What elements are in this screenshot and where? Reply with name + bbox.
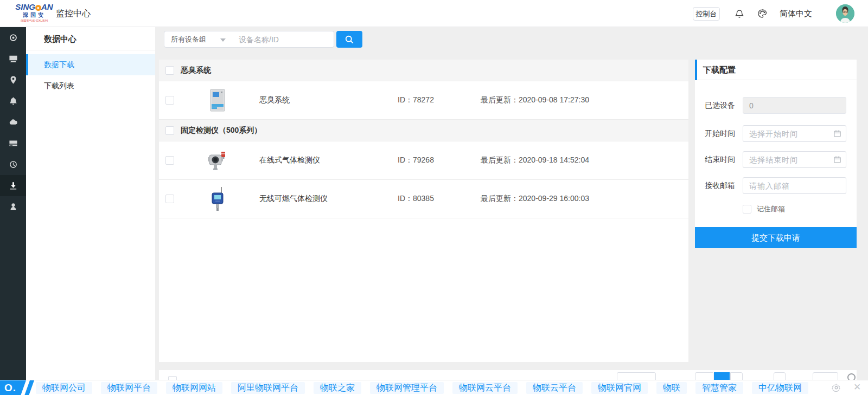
device-image-detector [207, 141, 228, 179]
device-group-header: 恶臭系统 [159, 60, 688, 81]
device-id: ID：80385 [398, 194, 434, 204]
config-panel-title: 下载配置 [703, 65, 736, 74]
rail-item-history-icon[interactable] [0, 154, 26, 175]
footer-link[interactable]: 物联网公司 [36, 382, 92, 394]
device-checkbox[interactable] [165, 96, 174, 105]
chevron-down-icon [220, 38, 226, 42]
selected-devices-label: 已选设备 [695, 97, 735, 114]
footer-logo: O. [0, 380, 38, 395]
footer-bar: O. 物联网公司 物联网平台 物联网网站 阿里物联网平台 物联之家 物联网管理平… [0, 380, 868, 395]
brand-logo: SING●AN 深国安 深国安气体-GXL系列 [15, 3, 53, 23]
rail-item-location-icon[interactable] [0, 69, 26, 90]
footer-link[interactable]: 智慧管家 [695, 382, 743, 394]
sidebar-section-title: 数据中心 [26, 27, 155, 50]
config-panel-header: 下载配置 [695, 60, 857, 80]
close-icon[interactable]: ✕ [852, 383, 862, 392]
page-title: 监控中心 [56, 0, 91, 27]
console-button[interactable]: 控制台 [693, 7, 720, 21]
rail-item-screen-icon[interactable] [0, 48, 26, 69]
calendar-icon [833, 129, 841, 138]
footer-link[interactable]: 物联之家 [314, 382, 361, 394]
footer-link[interactable]: 阿里物联网平台 [231, 382, 305, 394]
search-button[interactable] [336, 31, 362, 48]
footer-link[interactable]: 物联网平台 [101, 382, 157, 394]
footer-link[interactable]: 物联网云平台 [452, 382, 518, 394]
calendar-icon [833, 156, 841, 164]
remember-email-row: 记住邮箱 [743, 205, 785, 213]
group-label: 恶臭系统 [181, 66, 211, 75]
brand-tagline: 深国安气体-GXL系列 [17, 18, 52, 22]
device-id: ID：78272 [398, 95, 434, 105]
device-row[interactable]: 恶臭系统 ID：78272 最后更新：2020-09-08 17:27:30 [159, 81, 688, 120]
device-checkbox[interactable] [165, 156, 174, 165]
device-list-panel: 恶臭系统 恶臭系统 ID：78272 最后更新：2020-09-08 17:27… [159, 60, 688, 362]
language-selector[interactable]: 简体中文 [780, 0, 812, 27]
notification-bell-icon[interactable] [735, 9, 744, 18]
rail-item-alarm-icon[interactable] [0, 90, 26, 112]
end-time-row: 结束时间 [695, 151, 857, 168]
device-image-wireless-detector [207, 180, 228, 218]
device-search-input[interactable] [232, 31, 334, 48]
footer-link[interactable]: 中亿物联网 [752, 382, 808, 394]
email-row: 接收邮箱 [695, 177, 857, 194]
remember-email-checkbox[interactable] [743, 205, 751, 213]
submit-download-button[interactable]: 提交下载申请 [695, 227, 857, 248]
group-checkbox[interactable] [165, 66, 174, 75]
icon-sidebar [0, 27, 26, 380]
footer-link[interactable]: 物联云平台 [526, 382, 583, 394]
rail-item-monitor-icon[interactable] [0, 27, 26, 48]
end-time-label: 结束时间 [695, 151, 735, 168]
email-input[interactable] [743, 177, 846, 194]
rail-item-user-icon[interactable] [0, 196, 26, 217]
device-updated: 最后更新：2020-09-18 14:52:04 [481, 156, 589, 165]
end-time-input[interactable] [743, 151, 846, 168]
device-name: 在线式气体检测仪 [259, 156, 320, 165]
device-image-cabinet [207, 81, 228, 119]
group-checkbox[interactable] [165, 126, 174, 135]
brand-name: SING●AN [15, 3, 53, 11]
remember-email-label: 记住邮箱 [757, 204, 785, 214]
device-group-select-value: 所有设备组 [171, 35, 206, 43]
device-group-header: 固定检测仪（500系列） [159, 120, 688, 141]
sidebar-item-data-download[interactable]: 数据下载 [26, 54, 155, 75]
sidebar-item-download-list[interactable]: 下载列表 [26, 75, 155, 96]
device-row[interactable]: 在线式气体检测仪 ID：79268 最后更新：2020-09-18 14:52:… [159, 141, 688, 180]
search-icon [344, 34, 355, 45]
device-id: ID：79268 [398, 156, 434, 165]
theme-palette-icon[interactable] [757, 9, 767, 18]
rail-item-download-icon[interactable] [0, 175, 26, 196]
selected-devices-input [743, 97, 846, 114]
device-updated: 最后更新：2020-09-08 17:27:30 [481, 95, 589, 105]
footer-link[interactable]: 物联网管理平台 [370, 382, 444, 394]
gear-icon[interactable] [832, 383, 841, 392]
start-time-input[interactable] [743, 125, 846, 142]
top-header: SING●AN 深国安 深国安气体-GXL系列 监控中心 控制台 简体中文 [0, 0, 868, 27]
rail-item-cloud-icon[interactable] [0, 112, 26, 133]
email-label: 接收邮箱 [695, 177, 735, 194]
brand-name-cn: 深国安 [15, 11, 53, 18]
secondary-sidebar: 数据中心 数据下载 下载列表 [26, 27, 155, 380]
footer-link[interactable]: 物联网官网 [591, 382, 648, 394]
group-label: 固定检测仪（500系列） [181, 126, 261, 135]
footer-link[interactable]: 物联 [656, 382, 687, 394]
start-time-label: 开始时间 [695, 125, 735, 142]
device-updated: 最后更新：2020-09-29 16:00:03 [481, 194, 589, 204]
footer-link[interactable]: 物联网网站 [166, 382, 222, 394]
device-name: 无线可燃气体检测仪 [259, 194, 328, 204]
device-row[interactable]: 无线可燃气体检测仪 ID：80385 最后更新：2020-09-29 16:00… [159, 180, 688, 218]
device-checkbox[interactable] [165, 195, 174, 203]
selected-devices-row: 已选设备 [695, 97, 857, 114]
device-group-select[interactable]: 所有设备组 [164, 31, 233, 48]
footer-links: 物联网公司 物联网平台 物联网网站 阿里物联网平台 物联之家 物联网管理平台 物… [36, 382, 808, 394]
rail-item-card-icon[interactable] [0, 133, 26, 154]
start-time-row: 开始时间 [695, 125, 857, 142]
footer-logo-text: O. [4, 380, 16, 395]
download-config-panel: 下载配置 已选设备 开始时间 结束时间 接收邮箱 记住邮箱 提交下载申请 [695, 60, 857, 248]
device-name: 恶臭系统 [259, 95, 290, 105]
user-avatar[interactable] [836, 4, 854, 23]
